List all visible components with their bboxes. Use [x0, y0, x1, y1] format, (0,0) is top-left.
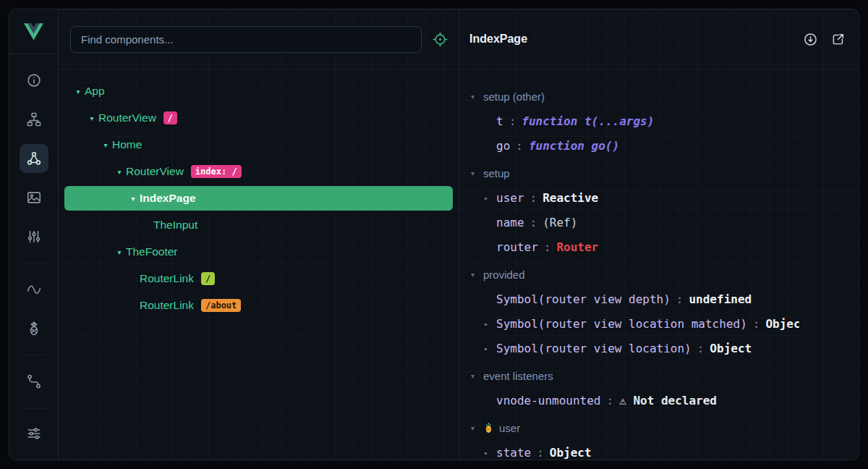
open-in-editor-icon[interactable] [830, 32, 846, 47]
component-name: RouterView [126, 165, 184, 178]
sidebar-item-overview[interactable] [20, 66, 48, 95]
inspector-body: ▾setup (other)▸t:function t(...args)▸go:… [459, 69, 859, 460]
property-value: (Ref) [542, 216, 577, 229]
expand-caret-icon[interactable]: ▾ [99, 141, 112, 149]
route-badge: /about [201, 299, 241, 312]
tree-node-routerview[interactable]: ▾RouterViewindex: / [64, 159, 453, 184]
image-icon [26, 190, 42, 206]
inspector-section-setup-other: ▾setup (other)▸t:function t(...args)▸go:… [459, 84, 859, 158]
vue-logo [9, 9, 58, 54]
tree-node-routerlink[interactable]: ▾RouterLink/ [64, 266, 453, 291]
sidebar-divider [22, 408, 46, 409]
section-caret-icon[interactable]: ▾ [468, 424, 477, 432]
sidebar-item-component-tree[interactable] [20, 105, 48, 134]
property-key: vnode-unmounted [496, 394, 601, 407]
tree-node-indexpage[interactable]: ▾IndexPage [64, 186, 453, 211]
expand-caret-icon[interactable]: ▾ [85, 114, 98, 122]
expand-caret-icon[interactable]: ▸ [484, 449, 496, 457]
property-row-t: ▸t:function t(...args) [459, 109, 859, 133]
section-header-setup-other[interactable]: ▾setup (other) [459, 84, 859, 109]
expand-caret-icon[interactable]: ▾ [127, 195, 140, 203]
inspector-title: IndexPage [469, 33, 527, 46]
property-row-state[interactable]: ▸state:Object [459, 440, 859, 460]
sidebar-items [9, 54, 58, 396]
tree-node-routerview[interactable]: ▾RouterView/ [64, 106, 453, 130]
sidebar-item-pinia[interactable] [20, 314, 48, 343]
tune-icon [26, 426, 42, 441]
inspector-section-user: ▾user▸state:Object▸getters:Object [459, 415, 859, 460]
expand-caret-icon[interactable]: ▸ [484, 345, 496, 352]
section-header-setup[interactable]: ▾setup [459, 161, 859, 185]
sidebar-bottom [9, 407, 58, 460]
sliders-icon [26, 229, 42, 245]
property-key: Symbol(router view depth) [496, 292, 671, 306]
property-value: ⚠ Not declared [619, 394, 717, 407]
tree-node-theinput[interactable]: ▾TheInput [64, 213, 453, 237]
tree-node-app[interactable]: ▾App [64, 79, 453, 103]
sidebar-item-router[interactable] [20, 367, 48, 396]
key-value-separator: : [530, 191, 537, 205]
inspector-header: IndexPage [459, 9, 859, 69]
activity-bar [9, 9, 59, 460]
components-panel: ▾App▾RouterView/▾Home▾RouterViewindex: /… [59, 9, 459, 460]
tree-node-home[interactable]: ▾Home [64, 132, 453, 157]
section-title: event listeners [483, 370, 553, 382]
route-badge: index: / [191, 165, 242, 178]
property-value: Object [765, 317, 799, 331]
expand-caret-icon[interactable]: ▸ [484, 194, 496, 202]
property-key: go [496, 139, 510, 153]
section-header-provided[interactable]: ▾provided [459, 262, 859, 287]
section-title: user [499, 422, 520, 434]
component-name: TheInput [153, 219, 197, 232]
sidebar-item-assets[interactable] [20, 183, 48, 212]
inspector-section-event-listeners: ▾event listeners▸vnode-unmounted:⚠ Not d… [459, 363, 859, 413]
tree-node-routerlink[interactable]: ▾RouterLink/about [64, 293, 453, 318]
molecule-icon [26, 151, 42, 166]
property-row-user[interactable]: ▸user:Reactive [459, 185, 859, 210]
property-key: state [496, 446, 531, 460]
property-value: function t(...args) [522, 114, 654, 128]
sidebar-divider [22, 355, 46, 355]
key-value-separator: : [697, 342, 705, 355]
expand-caret-icon[interactable]: ▾ [72, 88, 85, 96]
section-header-event-listeners[interactable]: ▾event listeners [459, 363, 859, 388]
key-value-separator: : [530, 216, 537, 229]
expand-caret-icon[interactable]: ▾ [113, 168, 126, 176]
sidebar-divider [22, 263, 46, 263]
key-value-separator: : [676, 292, 684, 306]
expand-caret-icon[interactable]: ▾ [113, 248, 126, 256]
search-input[interactable] [81, 33, 411, 46]
devtools-window: ▾App▾RouterView/▾Home▾RouterViewindex: /… [9, 9, 859, 460]
wave-icon [26, 282, 42, 297]
property-row-symbol-router-view-location[interactable]: ▸Symbol(router view location):Object [459, 336, 859, 360]
section-title: setup [483, 167, 510, 179]
section-header-user[interactable]: ▾user [459, 415, 859, 440]
sidebar-item-timeline[interactable] [20, 275, 48, 304]
property-value: Object [710, 342, 752, 355]
property-value: Reactive [542, 191, 598, 205]
component-name: RouterView [98, 111, 156, 124]
tree-node-thefooter[interactable]: ▾TheFooter [64, 240, 453, 264]
property-key: Symbol(router view location matched) [496, 317, 747, 331]
expand-caret-icon[interactable]: ▸ [484, 320, 496, 328]
locate-component-icon[interactable] [432, 31, 448, 48]
inspector-section-provided: ▾provided▸Symbol(router view depth):unde… [459, 262, 859, 360]
section-caret-icon[interactable]: ▾ [468, 169, 477, 177]
sidebar-item-components[interactable] [20, 144, 48, 173]
section-caret-icon[interactable]: ▾ [468, 372, 477, 380]
inspector-panel: IndexPage ▾setup (other)▸t:function t(..… [459, 9, 859, 460]
section-caret-icon[interactable]: ▾ [468, 93, 477, 101]
sidebar-item-preferences[interactable] [20, 419, 48, 448]
key-value-separator: : [753, 317, 760, 331]
route-badge: / [163, 111, 177, 124]
property-row-name: ▸name:(Ref) [459, 210, 859, 234]
component-tree: ▾App▾RouterView/▾Home▾RouterViewindex: /… [59, 69, 459, 460]
sidebar-item-settings-sliders[interactable] [20, 222, 48, 251]
property-row-symbol-router-view-location-matched[interactable]: ▸Symbol(router view location matched):Ob… [459, 311, 859, 336]
section-caret-icon[interactable]: ▾ [468, 271, 477, 279]
property-value: Object [550, 446, 592, 460]
search-box[interactable] [70, 26, 422, 53]
inspect-dom-icon[interactable] [803, 32, 818, 47]
section-title: provided [483, 269, 525, 281]
property-key: name [496, 216, 524, 229]
